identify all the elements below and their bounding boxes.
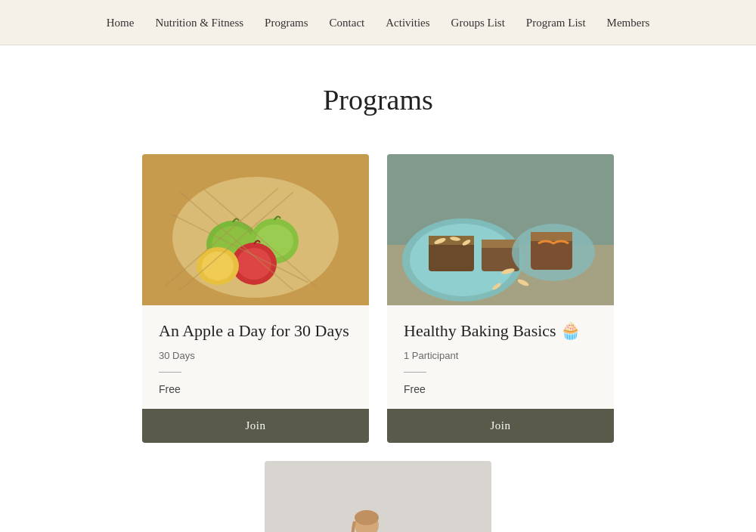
nav-item-programs[interactable]: Programs	[265, 16, 308, 29]
nav-link-contact[interactable]: Contact	[330, 17, 365, 29]
nav-link-programs[interactable]: Programs	[265, 17, 308, 29]
card-title-apples: An Apple a Day for 30 Days	[159, 320, 352, 342]
nav-link-groups[interactable]: Groups List	[451, 17, 505, 29]
page-title: Programs	[0, 45, 756, 139]
svg-rect-30	[531, 232, 572, 241]
card-footer-baking: Join	[387, 409, 614, 443]
card-divider-apples	[159, 372, 181, 373]
nav-link-home[interactable]: Home	[107, 17, 135, 29]
nav-link-nutrition[interactable]: Nutrition & Fitness	[155, 17, 243, 29]
nav-item-activities[interactable]: Activities	[386, 16, 429, 29]
card-image-meditation	[265, 461, 491, 532]
svg-point-42	[355, 510, 379, 525]
cards-container: An Apple a Day for 30 Days 30 Days Free …	[0, 139, 756, 532]
nav-item-groups[interactable]: Groups List	[451, 16, 505, 29]
nav-item-contact[interactable]: Contact	[330, 16, 365, 29]
svg-point-10	[202, 252, 234, 280]
join-button-apples[interactable]: Join	[142, 409, 369, 443]
main-nav: Home Nutrition & Fitness Programs Contac…	[0, 0, 756, 45]
nav-link-program-list[interactable]: Program List	[526, 17, 586, 29]
card-divider-baking	[404, 372, 426, 373]
card-image-apples	[142, 154, 369, 305]
card-subtitle-apples: 30 Days	[159, 350, 352, 361]
nav-link-members[interactable]: Members	[607, 17, 650, 29]
nav-link-activities[interactable]: Activities	[386, 17, 429, 29]
card-baking: Healthy Baking Basics 🧁 1 Participant Fr…	[387, 154, 614, 443]
card-body-apples: An Apple a Day for 30 Days 30 Days Free	[142, 305, 369, 409]
card-price-baking: Free	[404, 383, 597, 395]
nav-item-members[interactable]: Members	[607, 16, 650, 29]
nav-item-nutrition[interactable]: Nutrition & Fitness	[155, 16, 243, 29]
card-footer-apples: Join	[142, 409, 369, 443]
svg-point-8	[237, 248, 271, 280]
join-button-baking[interactable]: Join	[387, 409, 614, 443]
nav-list: Home Nutrition & Fitness Programs Contac…	[107, 16, 650, 29]
card-subtitle-baking: 1 Participant	[404, 350, 597, 361]
card-body-baking: Healthy Baking Basics 🧁 1 Participant Fr…	[387, 305, 614, 409]
nav-item-home[interactable]: Home	[107, 16, 135, 29]
card-image-baking	[387, 154, 614, 305]
card-price-apples: Free	[159, 383, 352, 395]
nav-item-program-list[interactable]: Program List	[526, 16, 586, 29]
card-meditation: 10 Day Meditation Program Free Join	[265, 461, 491, 532]
card-apples: An Apple a Day for 30 Days 30 Days Free …	[142, 154, 369, 443]
card-title-baking: Healthy Baking Basics 🧁	[404, 320, 597, 342]
